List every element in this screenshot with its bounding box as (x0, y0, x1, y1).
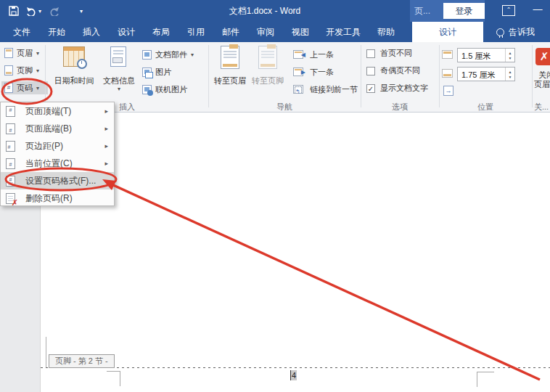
chevron-down-icon: ▾ (36, 50, 39, 57)
footer-corner-bracket (477, 372, 494, 372)
group-separator (45, 45, 46, 107)
previous-icon: ◀ (293, 50, 303, 59)
spinner-arrows-icon[interactable]: ▲▼ (505, 68, 514, 81)
tab-view[interactable]: 视图 (284, 22, 316, 42)
link-to-previous-button[interactable]: ↰ 链接到前一节 (293, 83, 358, 96)
different-first-page-checkbox[interactable]: 首页不同 (366, 48, 412, 59)
undo-button[interactable]: ▾ (26, 7, 41, 16)
chevron-down-icon: ▾ (36, 85, 39, 91)
submenu-arrow-icon: ▸ (104, 125, 108, 132)
footer-icon (4, 65, 13, 75)
customize-qat-icon[interactable]: ▾ (80, 8, 83, 15)
page-number-dropdown-menu: # 页面顶端(T) ▸ # 页面底端(B) ▸ # 页边距(P) ▸ # 当前位… (0, 102, 115, 206)
quick-parts-icon (142, 50, 152, 60)
tab-layout[interactable]: 布局 (145, 22, 177, 42)
ribbon-display-options-icon[interactable]: ⌃ (502, 5, 515, 16)
tab-headerfooter-design-active[interactable]: 设计 (412, 22, 483, 42)
redo-icon[interactable] (49, 7, 59, 16)
footer-boundary-dashed-line (41, 367, 550, 368)
previous-button[interactable]: ◀ 上一条 (293, 48, 334, 61)
menu-item-current-position[interactable]: # 当前位置(C) ▸ (1, 155, 114, 172)
page-top-icon: # (6, 106, 15, 117)
quick-access-toolbar: ▾ ▾ (9, 3, 83, 19)
group-separator (439, 45, 440, 107)
footer-button[interactable]: 页脚 ▾ (4, 64, 39, 77)
close-group-label: 关... (534, 102, 550, 110)
page-number-icon: # (4, 83, 13, 93)
next-icon: ▶ (293, 68, 303, 76)
tab-help[interactable]: 帮助 (370, 22, 402, 42)
position-group-label: 位置 (453, 102, 518, 110)
header-button[interactable]: 页眉 ▾ (4, 46, 39, 60)
undo-icon (26, 7, 37, 16)
spinner-arrows-icon[interactable]: ▲▼ (505, 49, 514, 62)
format-page-number-icon: # (6, 176, 15, 187)
tab-mailings[interactable]: 邮件 (215, 22, 247, 42)
text-boundary-line (46, 337, 46, 368)
different-odd-even-checkbox[interactable]: 奇偶页不同 (366, 65, 420, 76)
footer-from-bottom-icon (442, 69, 453, 78)
link-to-previous-icon: ↰ (293, 85, 303, 94)
page-bottom-icon: # (6, 123, 15, 134)
footer-section-tag: 页脚 - 第 2 节 - (49, 354, 115, 368)
tab-file[interactable]: 文件 (6, 22, 38, 42)
menu-item-top-of-page[interactable]: # 页面顶端(T) ▸ (1, 102, 114, 120)
pictures-icon (142, 68, 152, 77)
check-icon: ✓ (366, 84, 375, 93)
group-separator (532, 45, 533, 107)
minimize-button[interactable]: — (528, 0, 547, 20)
options-group-label: 选项 (367, 102, 432, 110)
word-window: ▾ ▾ 文档1.docx - Word 页... 登录 ⌃ — 文件 开始 插入… (0, 0, 550, 392)
goto-footer-icon (258, 46, 277, 69)
tab-insert[interactable]: 插入 (75, 22, 107, 42)
submenu-arrow-icon: ▸ (104, 107, 108, 115)
lightbulb-icon (496, 28, 504, 36)
chevron-down-icon: ▾ (191, 52, 194, 58)
header-from-top-field[interactable]: 1.5 厘米 ▲▼ (457, 48, 515, 62)
menu-item-remove-page-numbers[interactable]: ✗ 删除页码(R) (1, 189, 114, 207)
menu-item-bottom-of-page[interactable]: # 页面底端(B) ▸ (1, 120, 114, 137)
document-info-icon (110, 46, 126, 67)
pictures-button[interactable]: 图片 (142, 65, 171, 78)
tell-me-button[interactable]: 告诉我 (496, 22, 535, 42)
save-icon[interactable] (9, 6, 19, 16)
red-arrow-line (113, 185, 540, 380)
calendar-clock-icon (63, 46, 85, 67)
menu-item-page-margins[interactable]: # 页边距(P) ▸ (1, 137, 114, 155)
next-button[interactable]: ▶ 下一条 (293, 65, 334, 78)
tab-home[interactable]: 开始 (41, 22, 73, 42)
sign-in-button[interactable]: 登录 (443, 3, 485, 19)
chevron-down-icon: ▾ (36, 68, 39, 74)
footer-from-bottom-field[interactable]: 1.75 厘米 ▲▼ (457, 67, 515, 81)
chevron-down-icon: ▾ (99, 86, 139, 92)
close-x-icon: ✗ (535, 48, 550, 65)
goto-header-icon (221, 46, 239, 69)
group-separator (361, 45, 361, 107)
footer-corner-bracket (477, 372, 477, 387)
page-margin-icon: # (6, 141, 15, 152)
current-position-icon: # (6, 158, 15, 169)
menu-item-format-page-numbers[interactable]: # 设置页码格式(F)... (1, 172, 114, 189)
show-document-text-checkbox[interactable]: ✓ 显示文档文字 (366, 83, 428, 94)
submenu-arrow-icon: ▸ (104, 160, 108, 167)
online-pictures-button[interactable]: 联机图片 (142, 83, 187, 96)
remove-page-number-icon: ✗ (6, 193, 15, 204)
tab-developer[interactable]: 开发工具 (319, 22, 367, 42)
tab-review[interactable]: 审阅 (250, 22, 282, 42)
header-from-top-icon (442, 50, 453, 59)
window-title: 文档1.docx - Word (189, 0, 341, 22)
page-number-button[interactable]: # 页码 ▾ (1, 81, 48, 94)
insert-alignment-tab-icon[interactable]: → (443, 86, 453, 96)
page-number-field[interactable]: 4 (290, 370, 297, 380)
footer-corner-bracket (120, 371, 120, 386)
navigation-group-label: 导航 (252, 102, 317, 110)
undo-caret-icon: ▾ (38, 8, 41, 15)
tab-references[interactable]: 引用 (180, 22, 212, 42)
submenu-arrow-icon: ▸ (104, 142, 108, 150)
online-pictures-icon (142, 85, 152, 94)
quick-parts-button[interactable]: 文档部件 ▾ (142, 48, 194, 61)
tab-design[interactable]: 设计 (110, 22, 142, 42)
footer-corner-bracket (107, 371, 120, 372)
header-icon (4, 48, 13, 58)
title-bar: ▾ ▾ 文档1.docx - Word 页... 登录 ⌃ — (0, 0, 550, 22)
